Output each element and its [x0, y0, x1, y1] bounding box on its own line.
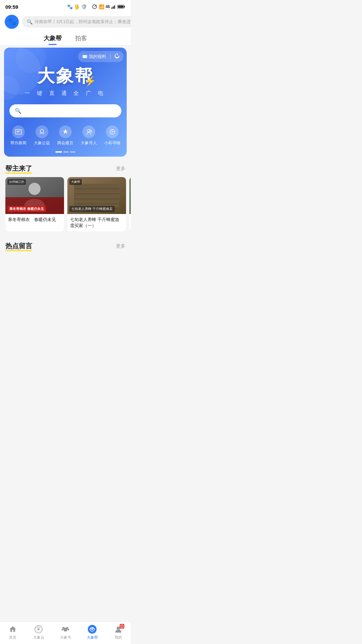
logo-paw-icon: 🐾: [7, 17, 16, 26]
banner-title-area: 大象帮 ⚡ 一 键 直 通 全 广 电: [4, 48, 127, 100]
svg-rect-7: [118, 6, 124, 8]
hand-status-icon: 🖐️: [74, 4, 80, 9]
status-bar: 09:59 🐾 🖐️ 🛡️ 📶 46: [0, 0, 131, 12]
bangban-icon: [12, 125, 25, 138]
news-thumb-2: 大象新闻: [129, 177, 131, 214]
wifi-icon: 📶: [99, 4, 104, 9]
category-xiaoli-xunwu[interactable]: 小莉寻物: [104, 125, 120, 146]
status-time: 09:59: [5, 4, 18, 10]
hotcomments-title: 热点留言: [5, 241, 32, 251]
svg-rect-29: [129, 177, 131, 214]
app-logo[interactable]: 🐾: [5, 15, 19, 29]
news-card-2[interactable]: 大象新闻: [129, 177, 131, 231]
hotcomments-more-button[interactable]: 更多: [116, 243, 125, 249]
news-title-0: 寒冬寄棉衣 春暖仍未见: [5, 214, 64, 225]
bangzhu-section-header: 帮主来了 更多: [0, 159, 131, 176]
paw-status-icon: 🐾: [67, 4, 73, 9]
news-cards-scroll[interactable]: 台州椒江的 寒冬寄棉衣 春暖仍未见 寒冬寄棉衣 春暖仍未见: [0, 176, 131, 237]
svg-rect-1: [111, 7, 112, 9]
xunwu-icon: [106, 125, 119, 138]
search-placeholder-text: 河南你早丨3月1日起，郑州这项政策停止；乘坐进...: [35, 19, 131, 25]
banner-section: ✉️ 我的报料 大象帮 ⚡ 一 键 直 通 全 广 电 🔍: [4, 48, 127, 157]
svg-line-16: [92, 132, 92, 132]
svg-rect-3: [114, 5, 115, 9]
news-card-0[interactable]: 台州椒江的 寒冬寄棉衣 春暖仍未见 寒冬寄棉衣 春暖仍未见: [5, 177, 64, 231]
svg-rect-6: [124, 6, 125, 8]
category-grid: 帮办新闻 大象公益 两会建言: [4, 121, 127, 151]
banner-subtitle: 一 键 直 通 全 广 电: [11, 90, 120, 97]
tab-bangzhu[interactable]: 大象帮: [44, 34, 62, 45]
tab-bar: 大象帮 拍客: [0, 32, 131, 45]
dot-3: [70, 151, 75, 153]
tab-pake[interactable]: 拍客: [75, 34, 87, 45]
news-card-1[interactable]: 大象帮 七旬老人养蜂 千斤蜂蜜难卖 七旬老人养蜂 千斤蜂蜜急需买家（一）: [67, 177, 126, 231]
category-daxiang-gongyi[interactable]: 大象公益: [34, 125, 50, 146]
header: 🐾 🔍 河南你早丨3月1日起，郑州这项政策停止；乘坐进...: [0, 12, 131, 32]
category-label-3: 大象寻人: [81, 140, 97, 146]
overlay-tag-1: 七旬老人养蜂 千斤蜂蜜难卖: [69, 206, 115, 212]
news-thumb-1: 大象帮 七旬老人养蜂 千斤蜂蜜难卖: [67, 177, 126, 214]
search-bar[interactable]: 🔍 河南你早丨3月1日起，郑州这项政策停止；乘坐进...: [22, 16, 131, 28]
svg-rect-2: [113, 6, 114, 9]
svg-rect-12: [16, 131, 20, 131]
search-icon: 🔍: [27, 19, 33, 24]
thumb-image-2: [129, 177, 131, 214]
news-thumb-0: 台州椒江的 寒冬寄棉衣 春暖仍未见: [5, 177, 64, 214]
hotcomments-section-header: 热点留言 更多: [0, 237, 131, 253]
category-daxiang-xunren[interactable]: 大象寻人: [81, 125, 97, 146]
overlay-tag-0: 寒冬寄棉衣 春暖仍未见: [7, 206, 46, 212]
svg-rect-4: [115, 5, 116, 9]
status-icons: 🐾 🖐️ 🛡️ 📶 46: [67, 4, 125, 9]
lianghui-icon: [59, 125, 72, 138]
svg-point-14: [87, 129, 90, 132]
signal-icon: [92, 4, 98, 9]
channel-badge-0: 台州椒江的: [7, 179, 26, 185]
shield-status-icon: 🛡️: [81, 4, 87, 9]
bangzhu-title: 帮主来了: [5, 164, 32, 173]
lightning-icon: ⚡: [84, 75, 96, 87]
category-label-0: 帮办新闻: [10, 140, 26, 146]
xunren-icon: [82, 125, 95, 138]
dot-2: [63, 151, 69, 153]
category-label-2: 两会建言: [57, 140, 73, 146]
dot-1: [55, 151, 62, 153]
carousel-dots: [4, 151, 127, 157]
svg-rect-13: [16, 132, 19, 132]
svg-point-21: [28, 183, 41, 195]
signal-bars-icon: [111, 5, 116, 9]
channel-badge-1: 大象帮: [69, 179, 82, 185]
news-title-1: 七旬老人养蜂 千斤蜂蜜急需买家（一）: [67, 214, 126, 231]
category-label-1: 大象公益: [34, 140, 50, 146]
network-type: 46: [106, 4, 110, 9]
battery-icon: [117, 5, 125, 9]
gongyi-icon: [36, 125, 48, 138]
category-lianghui-jiyan[interactable]: 两会建言: [57, 125, 73, 146]
category-label-4: 小莉寻物: [104, 140, 120, 146]
bangzhu-more-button[interactable]: 更多: [116, 166, 125, 172]
category-bangban-xinwen[interactable]: 帮办新闻: [10, 125, 26, 146]
